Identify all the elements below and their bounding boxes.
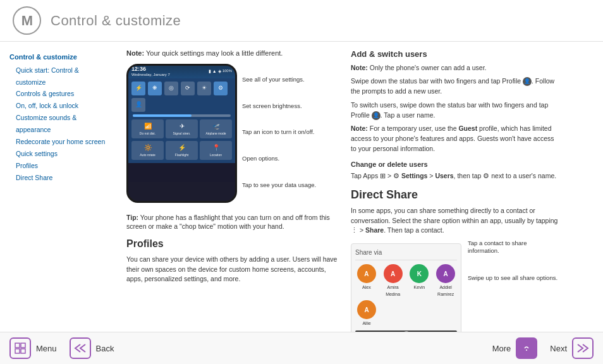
qs-icons-row: ⚡ ❋ ◎ ⟳ ☀ ⚙ 👤: [131, 82, 232, 112]
flash-label: Flashlight: [175, 153, 188, 158]
share-callouts: Tap a contact to share information. Swip…: [468, 240, 559, 282]
back-button[interactable]: Back: [70, 337, 114, 359]
qs-auto-row: 🔆 Auto rotate ⚡ Flashlight 📍: [131, 141, 232, 160]
callout-lines: See all of your settings. Set screen bri…: [242, 64, 341, 208]
phone-time: 12:36 Wednesday, January 7: [131, 66, 170, 76]
contact-addiel: A Addiel Ramirez: [434, 264, 457, 298]
svg-text:M: M: [21, 13, 32, 28]
direct-share-heading: Direct Share: [351, 186, 559, 203]
note-prefix: Note:: [126, 49, 144, 57]
back-label: Back: [96, 344, 114, 353]
svg-point-5: [522, 344, 531, 353]
tile2-label: Signal stren.: [173, 131, 191, 136]
phone-screen: 12:36 Wednesday, January 7 ▮ ▲ ◈ 100%: [128, 66, 235, 201]
more-label: More: [492, 344, 511, 353]
main-content: Control & customize Quick start: Control…: [0, 42, 603, 332]
name-kevin: Kevin: [414, 284, 425, 291]
tip-prefix: Tip:: [126, 214, 138, 221]
guest-label: Guest: [458, 124, 477, 132]
tile3-icon: 🛫: [212, 121, 220, 131]
add-switch-heading: Add & switch users: [351, 48, 559, 61]
battery-pct: 100%: [222, 68, 232, 75]
sidebar: Control & customize Quick start: Control…: [0, 42, 117, 332]
phone-mockup: 12:36 Wednesday, January 7 ▮ ▲ ◈ 100%: [126, 64, 237, 203]
name-alex: Alex: [362, 284, 371, 291]
contact-alex: A Alex: [355, 264, 378, 298]
next-button[interactable]: Next: [550, 337, 594, 359]
add-switch-note2: Note: For a temporary user, use the Gues…: [351, 124, 559, 154]
more-icon: [516, 337, 537, 359]
qs-torch-icon: ☀: [197, 82, 211, 95]
time-value: 12:36: [131, 66, 170, 73]
qs-flash-tile: ⚡ Flashlight: [166, 141, 198, 160]
qs-tile-2: ✈ Signal stren.: [166, 119, 198, 138]
avatar-addiel: A: [436, 264, 455, 283]
sidebar-item-quick-start[interactable]: Quick start: Control & customize: [9, 64, 107, 88]
sidebar-item-direct-share[interactable]: Direct Share: [9, 172, 107, 184]
share-contacts-row: A Alex A Amira Medina K Kevin A: [355, 264, 457, 298]
menu-button[interactable]: Menu: [9, 337, 57, 359]
sidebar-item-customize-sounds[interactable]: Customize sounds & appearance: [9, 112, 107, 136]
phone-bottom: [128, 163, 235, 182]
contact-amira: A Amira Medina: [382, 264, 405, 298]
sidebar-item-controls-gestures[interactable]: Controls & gestures: [9, 88, 107, 100]
content-right: Add & switch users Note: Only the phone'…: [351, 48, 559, 325]
svg-point-6: [526, 349, 527, 351]
sidebar-item-control-customize[interactable]: Control & customize: [9, 51, 107, 63]
sidebar-item-on-off[interactable]: On, off, lock & unlock: [9, 100, 107, 112]
profiles-heading: Profiles: [126, 236, 341, 252]
phone-status-bar: 12:36 Wednesday, January 7 ▮ ▲ ◈ 100%: [128, 66, 235, 78]
brightness-bar: [133, 114, 231, 117]
sidebar-item-profiles[interactable]: Profiles: [9, 160, 107, 172]
share-callout-1: Tap a contact to share information.: [468, 240, 559, 255]
next-icon: [572, 337, 594, 359]
share-contacts-row2: A Allie: [355, 300, 457, 327]
qs-auto-tile: 🔆 Auto rotate: [131, 141, 164, 160]
share-callout-2: Swipe up to see all share options.: [468, 274, 559, 282]
qs-user-icon: 👤: [131, 98, 145, 112]
callout-4: Open options.: [242, 155, 341, 162]
share-via-header: Share via: [355, 248, 457, 260]
qs-loc-tile: 📍 Location: [200, 141, 232, 160]
direct-share-body: In some apps, you can share something di…: [351, 206, 559, 236]
svg-rect-1: [15, 343, 20, 348]
page-title: Control & customize: [51, 13, 181, 29]
tile1-label: Do not dist.: [140, 131, 155, 136]
note-text-2: Only the phone's owner can add a user.: [368, 64, 487, 71]
note-prefix-3: Note:: [351, 124, 368, 132]
qs-bt-icon: ❋: [148, 82, 162, 95]
sidebar-item-quick-settings[interactable]: Quick settings: [9, 148, 107, 160]
tile3-label: Airplane mode: [205, 131, 226, 136]
more-button[interactable]: More: [492, 337, 538, 359]
quick-settings-panel: ⚡ ❋ ◎ ⟳ ☀ ⚙ 👤: [128, 78, 235, 163]
loc-label: Location: [210, 153, 222, 158]
users-link: Users: [435, 172, 453, 179]
auto-label: Auto rotate: [140, 153, 155, 158]
share-nav-bar: ◁: [355, 331, 457, 332]
content-left: Note: Your quick settings may look a lit…: [126, 48, 341, 325]
loc-icon: 📍: [212, 143, 220, 152]
share-mockup: Share via A Alex A Amira Medina K Kevin: [351, 243, 461, 332]
qs-tile-3: 🛫 Airplane mode: [200, 119, 232, 138]
content-area: Note: Your quick settings may look a lit…: [117, 42, 603, 332]
settings-link: Settings: [401, 172, 427, 179]
brightness-fill: [133, 114, 192, 117]
callout-5: Tap to see your data usage.: [242, 181, 341, 189]
flash-icon: ⚡: [178, 143, 186, 152]
wifi-icon: ◈: [218, 68, 221, 75]
change-delete-heading: Change or delete users: [351, 159, 559, 170]
qs-settings-icon: ⚙: [214, 82, 228, 95]
sidebar-item-redecorate[interactable]: Redecorate your home screen: [9, 136, 107, 148]
date-value: Wednesday, January 7: [131, 73, 170, 77]
profile-icon-2: 👤: [372, 111, 381, 120]
menu-icon: [9, 337, 31, 359]
note-text: Note: Your quick settings may look a lit…: [126, 48, 341, 59]
qs-wifi-icon: ⚡: [131, 82, 145, 95]
tip-text: Tip: Your phone has a flashlight that yo…: [126, 213, 341, 231]
contact-kevin: K Kevin: [408, 264, 431, 298]
next-label: Next: [550, 344, 567, 353]
name-allie: Allie: [362, 320, 370, 327]
qs-rotation-icon: ⟳: [181, 82, 195, 95]
callout-2: Set screen brightness.: [242, 102, 341, 110]
avatar-kevin: K: [410, 264, 429, 283]
